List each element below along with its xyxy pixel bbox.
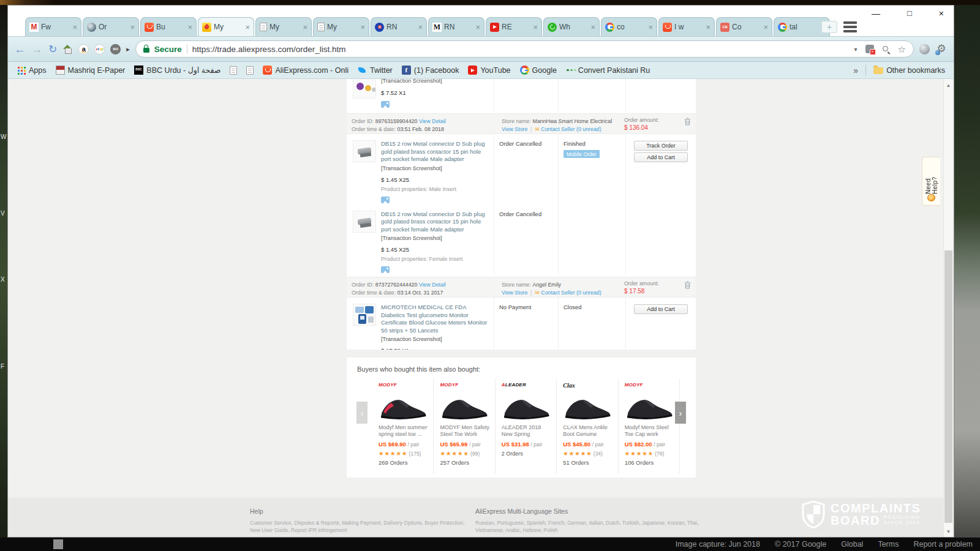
photo-icon[interactable] [381,101,390,108]
product-card[interactable]: MODYFModyf Men summer spring steel toe .… [372,378,434,474]
browser-tab[interactable]: RN× [371,17,427,36]
delete-order-icon[interactable] [684,280,691,290]
view-detail-link[interactable]: View Detail [419,282,446,288]
browser-tab[interactable]: Or× [83,17,139,36]
product-title[interactable]: MODYF Men Safety Steel Toe Work Sh... [440,424,489,438]
zoom-search-icon[interactable] [882,45,890,53]
refresh-button[interactable]: ↻ [48,44,57,54]
back-button[interactable]: ← [14,43,26,55]
ebay-shortcut-icon[interactable]: ebay [94,44,105,54]
new-tab-button[interactable]: + [821,21,837,33]
global-link[interactable]: Global [841,540,863,549]
product-card[interactable]: MODYFModyf Mens Steel Toe Cap work Safe.… [619,378,680,474]
transaction-screenshot-link[interactable]: [Transaction Screenshot] [381,79,489,84]
secure-lock-icon[interactable] [143,48,149,53]
bookmark-item[interactable]: AliExpress.com - Onli [263,66,348,75]
product-thumbnail[interactable] [353,304,376,326]
tab-close-icon[interactable]: × [245,23,250,31]
bookmark-item[interactable]: Apps [17,66,47,75]
transaction-screenshot-link[interactable]: [Transaction Screenshot] [381,235,489,241]
tab-close-icon[interactable]: × [533,23,538,31]
other-bookmarks-button[interactable]: Other bookmarks [873,66,945,75]
product-title-link[interactable]: MICROTECH MEDICAL CE FDA Diabetics Test … [381,304,489,334]
transaction-screenshot-link[interactable]: [Transaction Screenshot] [381,165,489,171]
tab-close-icon[interactable]: × [475,23,480,31]
product-title-link[interactable]: DB15 2 row Metal connector D Sub plug go… [381,140,489,163]
product-title-link[interactable]: DB15 2 row Metal connector D Sub plug go… [381,211,489,234]
add-to-cart-button[interactable]: Add to Cart [634,152,688,162]
settings-gear-icon[interactable]: ⚙ [935,43,948,55]
tab-close-icon[interactable]: × [187,23,192,31]
browser-tab[interactable]: Bu× [140,17,197,36]
browser-tab[interactable]: I w× [658,17,715,36]
terms-link[interactable]: Terms [878,540,899,549]
product-thumbnail[interactable] [353,79,376,99]
chevron-right-icon[interactable]: ▸ [126,45,130,53]
amazon-shortcut-icon[interactable]: a [78,44,89,54]
tab-list-menu-icon[interactable] [843,21,857,32]
tab-close-icon[interactable]: × [72,23,77,31]
maximize-button[interactable]: □ [907,9,912,18]
product-thumbnail[interactable] [353,140,376,162]
add-to-cart-button[interactable]: Add to Cart [634,304,688,314]
browser-tab[interactable]: MFw× [25,17,81,36]
browser-tab[interactable]: CBCo× [716,17,772,36]
carousel-prev-button[interactable]: ‹ [356,402,368,424]
photo-icon[interactable] [381,197,390,203]
product-title[interactable]: CLAX Mens Ankle Boot Genuine Leath... [563,424,612,438]
scroll-up-icon[interactable]: ▲ [944,83,953,88]
product-title[interactable]: Modyf Men summer spring steel toe ... [379,424,428,438]
minimize-button[interactable]: — [872,9,880,18]
bookmark-item[interactable] [230,66,237,75]
browser-tab[interactable]: My× [255,17,312,36]
url-text[interactable]: https://trade.aliexpress.com/order_list.… [192,45,346,54]
report-problem-link[interactable]: Report a problem [913,540,973,549]
photo-icon[interactable] [381,266,390,273]
bookmark-item[interactable]: Google [520,66,557,75]
contact-seller-link[interactable]: Contact Seller (0 unread) [541,126,601,132]
forward-button[interactable]: → [31,43,43,55]
home-button-icon[interactable] [62,45,73,54]
need-help-tab[interactable]: Need Help? [922,157,940,206]
product-card[interactable]: ClaxCLAX Mens Ankle Boot Genuine Leath..… [557,378,618,474]
bookmark-item[interactable]: YouTube [468,66,510,75]
scroll-down-icon[interactable]: ▼ [944,529,953,534]
close-button[interactable]: × [939,9,944,18]
tab-close-icon[interactable]: × [648,23,653,31]
product-card[interactable]: MODYFMODYF Men Safety Steel Toe Work Sh.… [434,378,495,474]
footer-language-links[interactable]: Russian, Portuguese, Spanish, French, Ge… [475,519,714,534]
browser-tab[interactable]: My× [313,17,369,36]
na-shortcut-icon[interactable]: N/A [110,44,121,54]
carousel-next-button[interactable]: › [675,402,686,424]
tab-close-icon[interactable]: × [130,23,135,31]
bookmark-item[interactable]: Mashriq E-Paper [56,66,126,75]
product-card[interactable]: ALEADERALEADER 2018 New Spring Men&#39;s… [496,378,557,474]
browser-tab[interactable]: RE× [486,17,542,36]
bookmark-item[interactable]: Convert Pakistani Ru [566,66,650,75]
browser-tab[interactable]: MRN× [428,17,484,36]
browser-tab[interactable]: Wh× [543,17,600,36]
footer-help-links[interactable]: Customer Service, Disputes & Reports, Ma… [250,519,470,534]
view-store-link[interactable]: View Store [502,126,527,132]
view-store-link[interactable]: View Store [502,290,527,296]
address-bar[interactable]: Secure https://trade.aliexpress.com/orde… [135,40,914,58]
track-order-button[interactable]: Track Order [634,141,688,151]
bookmark-item[interactable]: f(1) Facebook [402,66,459,75]
tab-close-icon[interactable]: × [360,23,365,31]
bookmark-star-icon[interactable]: ☆ [898,45,906,54]
product-title[interactable]: ALEADER 2018 New Spring Men&#39;s... [502,424,551,438]
tab-close-icon[interactable]: × [706,23,710,31]
tab-close-icon[interactable]: × [590,23,595,31]
delete-order-icon[interactable] [684,117,691,127]
product-thumbnail[interactable] [353,211,376,233]
tab-close-icon[interactable]: × [418,23,423,31]
browser-tab[interactable]: My× [198,17,254,36]
scrollbar-thumb[interactable] [944,250,952,523]
browser-tab[interactable]: co× [601,17,657,36]
view-detail-link[interactable]: View Detail [419,118,446,124]
tab-close-icon[interactable]: × [303,23,307,31]
bookmarks-overflow-icon[interactable]: » [853,66,858,75]
extension-badge-icon[interactable] [865,45,874,53]
tab-close-icon[interactable]: × [763,23,768,31]
bookmark-item[interactable]: BBCBBC Urdu - صفحة اول [134,66,221,75]
